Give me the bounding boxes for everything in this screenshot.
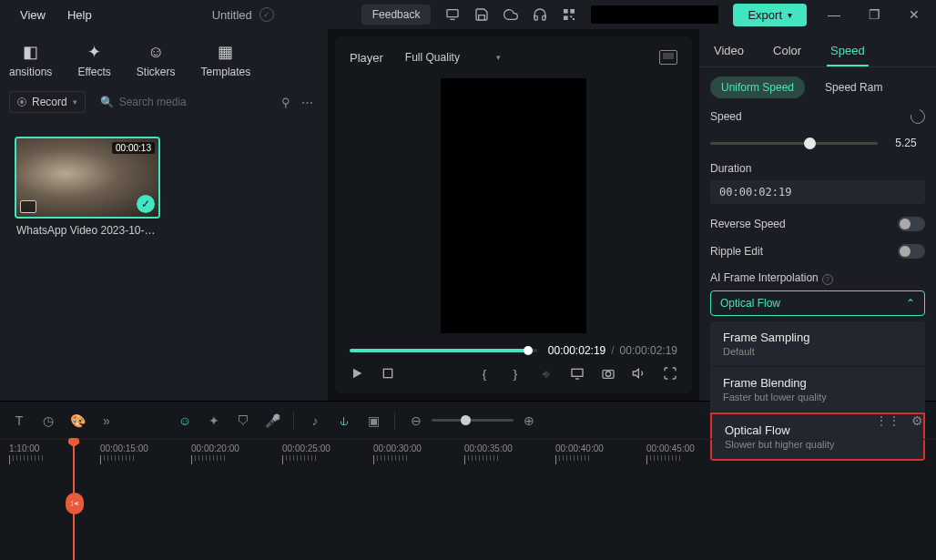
- ruler-tick: 00:00:35:00: [464, 443, 513, 464]
- grid-view-icon[interactable]: ⋮⋮: [880, 412, 896, 429]
- sync-status-icon: ✓: [259, 7, 274, 22]
- effects-icon: ✦: [85, 42, 105, 62]
- subtab-uniform-speed[interactable]: Uniform Speed: [710, 76, 805, 98]
- player-label: Player: [350, 51, 383, 65]
- option-frame-sampling[interactable]: Frame Sampling Default: [710, 321, 925, 367]
- record-button[interactable]: Record▾: [9, 91, 86, 113]
- svg-rect-4: [564, 15, 568, 20]
- timeline-tracks[interactable]: ✂: [0, 473, 936, 560]
- progress-slider[interactable]: [350, 349, 537, 352]
- speed-tool-icon[interactable]: ◷: [40, 412, 56, 429]
- duration-input[interactable]: 00:00:02:19: [710, 180, 925, 204]
- camera-icon[interactable]: [601, 366, 616, 381]
- more-tools-icon[interactable]: »: [98, 412, 115, 429]
- zoom-slider[interactable]: [432, 419, 514, 422]
- search-icon: 🔍: [100, 96, 114, 108]
- stop-button[interactable]: [381, 366, 395, 381]
- preview-viewport[interactable]: [342, 75, 685, 337]
- media-name: WhatsApp Video 2023-10-05...: [15, 219, 160, 242]
- tab-effects[interactable]: ✦Effects: [68, 38, 119, 82]
- menu-view[interactable]: View: [9, 8, 56, 22]
- top-bar: View Help Untitled ✓ Feedback Export▾ — …: [0, 0, 936, 29]
- crop-tool-icon[interactable]: ▣: [365, 412, 382, 429]
- ruler-tick: 1:10:00: [9, 443, 43, 464]
- music-tool-icon[interactable]: ♪: [307, 412, 323, 429]
- shield-tool-icon[interactable]: ⛉: [235, 412, 251, 429]
- chevron-down-icon: ▾: [496, 53, 501, 62]
- menu-help[interactable]: Help: [56, 8, 103, 22]
- ai-tool-icon[interactable]: ☺: [177, 412, 193, 429]
- headphones-icon[interactable]: [533, 7, 547, 22]
- help-icon[interactable]: ?: [822, 274, 833, 285]
- svg-marker-7: [353, 369, 361, 379]
- media-type-icon: [20, 200, 36, 213]
- media-duration: 00:00:13: [112, 142, 155, 154]
- save-icon[interactable]: [474, 7, 489, 22]
- transitions-icon: ◧: [21, 42, 41, 62]
- svg-rect-5: [571, 15, 573, 17]
- snapshot-icon[interactable]: [659, 50, 677, 65]
- media-panel: ◧ansitions ✦Effects ☺Stickers ▦Templates…: [0, 29, 328, 401]
- more-icon[interactable]: ⋯: [301, 96, 313, 109]
- media-item[interactable]: 00:00:13 ✓ WhatsApp Video 2023-10-05...: [15, 137, 160, 242]
- reset-speed-icon[interactable]: [908, 107, 928, 127]
- brace-open-icon[interactable]: {: [477, 366, 492, 381]
- play-button[interactable]: [350, 366, 364, 381]
- reverse-speed-toggle[interactable]: [898, 217, 925, 231]
- record-dot-icon: [17, 97, 26, 107]
- magnet-tool-icon[interactable]: ⫝: [336, 412, 352, 429]
- quality-select[interactable]: Full Quality▾: [396, 47, 510, 67]
- brace-close-icon[interactable]: }: [508, 366, 523, 381]
- ruler-tick: 00:00:15:00: [100, 443, 148, 464]
- maximize-button[interactable]: ❐: [861, 7, 887, 22]
- tab-speed[interactable]: Speed: [827, 36, 869, 66]
- properties-panel: Video Color Speed Uniform Speed Speed Ra…: [699, 29, 936, 401]
- tab-transitions[interactable]: ◧ansitions: [0, 38, 61, 82]
- speed-slider[interactable]: [710, 142, 878, 145]
- minimize-button[interactable]: —: [821, 7, 847, 22]
- svg-rect-0: [447, 10, 458, 17]
- volume-icon[interactable]: [632, 366, 646, 381]
- media-thumbnail[interactable]: 00:00:13 ✓: [15, 137, 160, 219]
- mic-tool-icon[interactable]: 🎤: [264, 412, 280, 429]
- mark-icon[interactable]: ⎆: [539, 366, 554, 381]
- stickers-icon: ☺: [146, 42, 166, 62]
- close-button[interactable]: ✕: [901, 7, 927, 22]
- svg-rect-6: [573, 18, 575, 20]
- account-area: [591, 5, 718, 24]
- filter-icon[interactable]: ⚲: [281, 96, 290, 109]
- ruler-tick: 00:00:45:00: [646, 443, 695, 464]
- preview-panel: Player Full Quality▾ 00:00:02:19 / 00:00…: [335, 36, 692, 393]
- text-tool-icon[interactable]: T: [11, 412, 27, 429]
- display-icon[interactable]: [570, 366, 585, 381]
- export-button[interactable]: Export▾: [733, 4, 807, 26]
- playhead[interactable]: [73, 440, 75, 560]
- tab-color[interactable]: Color: [769, 36, 805, 66]
- zoom-out-icon[interactable]: ⊖: [408, 412, 424, 429]
- tab-templates[interactable]: ▦Templates: [192, 38, 260, 82]
- ruler-tick: 00:00:30:00: [373, 443, 422, 464]
- speed-value: 5.25: [887, 137, 925, 149]
- ruler-tick: 00:00:20:00: [191, 443, 239, 464]
- chevron-up-icon: ⌃: [906, 297, 915, 310]
- cut-marker[interactable]: ✂: [66, 493, 84, 514]
- tab-stickers[interactable]: ☺Stickers: [127, 38, 185, 82]
- tab-video[interactable]: Video: [710, 36, 748, 66]
- ruler-tick: 00:00:25:00: [282, 443, 331, 464]
- svg-point-12: [605, 372, 610, 376]
- ripple-edit-toggle[interactable]: [898, 244, 925, 259]
- settings-icon[interactable]: ⚙: [909, 412, 925, 429]
- color-tool-icon[interactable]: 🎨: [69, 412, 86, 429]
- feedback-button[interactable]: Feedback: [361, 5, 432, 25]
- sparkle-tool-icon[interactable]: ✦: [206, 412, 222, 429]
- timeline-ruler[interactable]: 1:10:0000:00:15:0000:00:20:0000:00:25:00…: [0, 440, 936, 473]
- interpolation-select[interactable]: Optical Flow⌃: [710, 290, 925, 316]
- media-grid: 00:00:13 ✓ WhatsApp Video 2023-10-05...: [0, 118, 328, 260]
- cloud-icon[interactable]: [504, 7, 518, 22]
- zoom-in-icon[interactable]: ⊕: [521, 412, 537, 429]
- subtab-speed-ramping[interactable]: Speed Ram: [814, 76, 893, 98]
- search-input[interactable]: 🔍Search media: [93, 92, 274, 112]
- qr-icon[interactable]: [562, 7, 576, 22]
- monitor-icon[interactable]: [445, 7, 460, 22]
- fullscreen-icon[interactable]: [663, 366, 677, 381]
